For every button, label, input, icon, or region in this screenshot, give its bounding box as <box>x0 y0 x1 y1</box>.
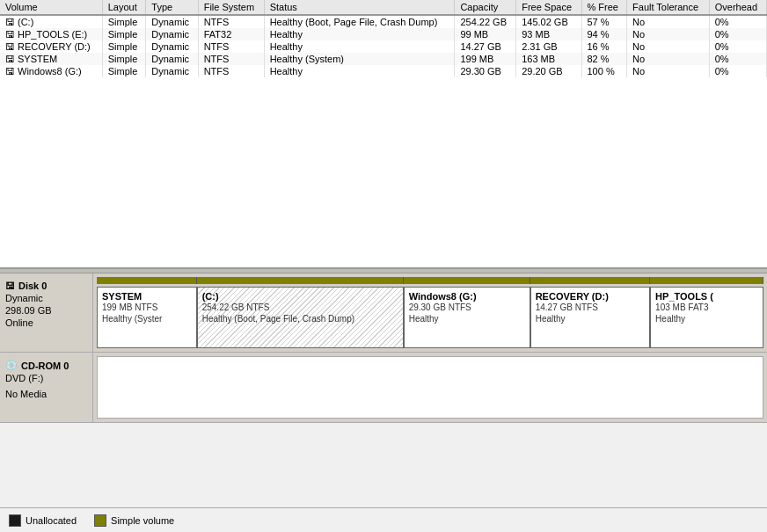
cdrom-section: 💿 CD-ROM 0 DVD (F:) No Media <box>0 353 767 423</box>
partition-name: HP_TOOLS ( <box>655 291 758 302</box>
cdrom-name: 💿 CD-ROM 0 <box>5 360 87 371</box>
table-cell: Healthy (Boot, Page File, Crash Dump) <box>264 15 455 28</box>
table-cell: NTFS <box>198 40 264 53</box>
disk0-partitions: SYSTEM199 MB NTFSHealthy (Syster(C:)254.… <box>97 287 763 348</box>
table-cell: NTFS <box>198 65 264 77</box>
table-cell: 🖫SYSTEM <box>0 53 102 65</box>
unallocated-box <box>9 514 21 527</box>
col-freespace[interactable]: Free Space <box>516 0 581 15</box>
table-cell: 82 % <box>581 53 627 65</box>
partition-block[interactable]: Windows8 (G:)29.30 GB NTFSHealthy <box>404 287 530 348</box>
disk0-name-text: Disk 0 <box>18 281 47 291</box>
disk0-bar <box>97 277 763 284</box>
table-cell: 94 % <box>581 28 627 40</box>
disk0-name: 🖫 Disk 0 <box>5 281 87 291</box>
cdrom-name-text: CD-ROM 0 <box>21 361 69 371</box>
table-cell: Simple <box>102 53 146 65</box>
col-overhead[interactable]: Overhead <box>709 0 766 15</box>
col-volume[interactable]: Volume <box>0 0 102 15</box>
table-cell: Dynamic <box>146 53 198 65</box>
partition-block[interactable]: HP_TOOLS (103 MB FAT3Healthy <box>650 287 763 348</box>
table-cell: 57 % <box>581 15 627 28</box>
table-cell: 199 MB <box>455 53 516 65</box>
table-row[interactable]: 🖫RECOVERY (D:)SimpleDynamicNTFSHealthy14… <box>0 40 767 53</box>
legend-simple: Simple volume <box>94 514 174 527</box>
cd-icon: 💿 <box>5 360 18 371</box>
table-cell: Dynamic <box>146 65 198 77</box>
disk0-map: SYSTEM199 MB NTFSHealthy (Syster(C:)254.… <box>93 273 767 352</box>
table-cell: Simple <box>102 15 146 28</box>
main-container: Volume Layout Type File System Status Ca… <box>0 0 767 532</box>
table-cell: 99 MB <box>455 28 516 40</box>
table-row[interactable]: 🖫SYSTEMSimpleDynamicNTFSHealthy (System)… <box>0 53 767 65</box>
table-cell: Dynamic <box>146 15 198 28</box>
table-row[interactable]: 🖫HP_TOOLS (E:)SimpleDynamicFAT32Healthy9… <box>0 28 767 40</box>
partition-block[interactable]: SYSTEM199 MB NTFSHealthy (Syster <box>97 287 197 348</box>
simple-label: Simple volume <box>111 515 174 526</box>
table-cell: Healthy (System) <box>264 53 455 65</box>
col-layout[interactable]: Layout <box>102 0 146 15</box>
table-cell: 0% <box>709 40 766 53</box>
simple-box <box>94 514 106 527</box>
table-cell: NTFS <box>198 15 264 28</box>
table-cell: 🖫RECOVERY (D:) <box>0 40 102 53</box>
disk0-section: 🖫 Disk 0 Dynamic 298.09 GB Online SYSTEM… <box>0 273 767 353</box>
table-cell: 14.27 GB <box>455 40 516 53</box>
partition-name: Windows8 (G:) <box>409 291 525 302</box>
table-cell: No <box>627 65 710 77</box>
table-cell: 29.20 GB <box>516 65 581 77</box>
col-filesystem[interactable]: File System <box>198 0 264 15</box>
table-cell: No <box>627 15 710 28</box>
disk0-size: 298.09 GB <box>5 305 87 316</box>
partition-block[interactable]: RECOVERY (D:)14.27 GB NTFSHealthy <box>530 287 650 348</box>
partition-info1: 14.27 GB NTFS <box>536 302 645 313</box>
table-cell: FAT32 <box>198 28 264 40</box>
partition-info1: 199 MB NTFS <box>102 302 192 313</box>
disk-sections-area: 🖫 Disk 0 Dynamic 298.09 GB Online SYSTEM… <box>0 273 767 507</box>
col-type[interactable]: Type <box>146 0 198 15</box>
table-row[interactable]: 🖫Windows8 (G:)SimpleDynamicNTFSHealthy29… <box>0 65 767 77</box>
color-bar-segment <box>650 277 763 284</box>
partition-info2: Healthy <box>536 313 645 324</box>
table-cell: Simple <box>102 65 146 77</box>
table-cell: Dynamic <box>146 40 198 53</box>
partition-name: RECOVERY (D:) <box>536 291 645 302</box>
table-cell: 🖫HP_TOOLS (E:) <box>0 28 102 40</box>
table-cell: NTFS <box>198 53 264 65</box>
table-cell: 0% <box>709 53 766 65</box>
table-cell: Simple <box>102 40 146 53</box>
color-bar-segment <box>530 277 650 284</box>
partition-info1: 254.22 GB NTFS <box>202 302 398 313</box>
table-cell: No <box>627 28 710 40</box>
disk0-label: 🖫 Disk 0 Dynamic 298.09 GB Online <box>0 273 93 352</box>
table-row[interactable]: 🖫(C:)SimpleDynamicNTFSHealthy (Boot, Pag… <box>0 15 767 28</box>
table-cell: 163 MB <box>516 53 581 65</box>
table-cell: 29.30 GB <box>455 65 516 77</box>
partition-name: (C:) <box>202 291 398 302</box>
partition-info2: Healthy (Boot, Page File, Crash Dump) <box>202 313 398 324</box>
table-cell: Healthy <box>264 28 455 40</box>
legend-unallocated: Unallocated <box>9 514 77 527</box>
table-cell: 145.02 GB <box>516 15 581 28</box>
partition-block[interactable]: (C:)254.22 GB NTFSHealthy (Boot, Page Fi… <box>197 287 404 348</box>
col-fault[interactable]: Fault Tolerance <box>627 0 710 15</box>
table-cell: 🖫Windows8 (G:) <box>0 65 102 77</box>
color-bar-segment <box>197 277 404 284</box>
col-status[interactable]: Status <box>264 0 455 15</box>
table-cell: Healthy <box>264 40 455 53</box>
cdrom-map <box>97 356 763 419</box>
table-cell: Dynamic <box>146 28 198 40</box>
table-cell: No <box>627 53 710 65</box>
col-pctfree[interactable]: % Free <box>581 0 627 15</box>
table-cell: 0% <box>709 65 766 77</box>
volumes-table-panel: Volume Layout Type File System Status Ca… <box>0 0 767 268</box>
table-cell: 0% <box>709 15 766 28</box>
table-cell: No <box>627 40 710 53</box>
col-capacity[interactable]: Capacity <box>455 0 516 15</box>
partition-info1: 103 MB FAT3 <box>655 302 758 313</box>
table-cell: 0% <box>709 28 766 40</box>
partition-name: SYSTEM <box>102 291 192 302</box>
partition-info2: Healthy (Syster <box>102 313 192 324</box>
bottom-wrapper: 🖫 Disk 0 Dynamic 298.09 GB Online SYSTEM… <box>0 273 767 532</box>
disk-icon: 🖫 <box>5 281 15 291</box>
